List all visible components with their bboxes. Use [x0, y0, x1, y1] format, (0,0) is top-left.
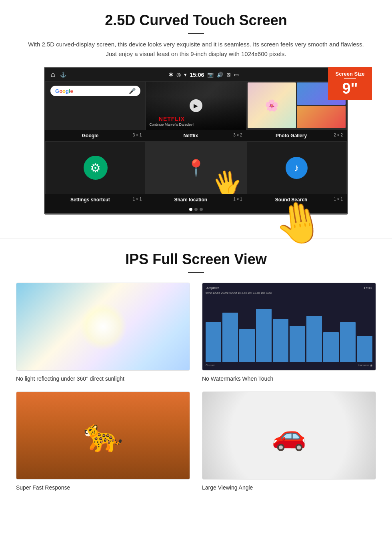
car-visual: 🚗: [202, 392, 376, 479]
feature-response: 🐆 Super Fast Response: [16, 391, 190, 491]
settings-app-size: 1 × 1: [133, 197, 142, 201]
settings-label-cell: Settings shortcut 1 × 1: [45, 196, 146, 204]
google-widget-inner: Google 🎤: [46, 82, 145, 130]
gallery-label-cell: Photo Gallery 2 × 2: [246, 132, 347, 140]
car-icon: 🚗: [272, 419, 306, 452]
netflix-overlay: NETFLIX Continue Marvel's Daredevil: [149, 116, 194, 126]
mic-icon: 🎤: [129, 88, 136, 94]
cheetah-visual: 🐆: [16, 392, 190, 479]
ips-title-underline: [188, 272, 204, 273]
screen-wrapper: Screen Size 9" ⌂ ⚓ ✱ ◎ ▾ 15:06: [44, 67, 348, 215]
settings-gear-icon: ⚙: [90, 161, 101, 175]
photo-sm2: [297, 106, 346, 128]
sound-search-icon-container: ♪: [247, 142, 346, 194]
netflix-logo: NETFLIX: [149, 116, 194, 122]
google-app-size: 3 × 1: [133, 133, 142, 137]
netflix-bg: ▶ NETFLIX Continue Marvel's Daredevil: [146, 82, 246, 130]
status-bar: ⌂ ⚓ ✱ ◎ ▾ 15:06 📷 🔊 ⊠ ▭: [45, 68, 347, 81]
status-left: ⌂ ⚓: [51, 70, 66, 79]
gallery-app-size: 2 × 2: [334, 133, 343, 137]
cheetah-icon: 🐆: [83, 417, 123, 454]
feature-watermarks: Amplifier 17:33 60hz100hz200hz500hz1k2.5…: [202, 283, 376, 382]
amp-bar-8: [323, 332, 339, 362]
netflix-app-size: 3 × 2: [233, 133, 242, 137]
netflix-app-name: Netflix: [183, 133, 198, 138]
netflix-sub: Continue Marvel's Daredevil: [149, 122, 194, 126]
feature-sunlight-img: [16, 283, 190, 371]
sunlight-glow: [79, 303, 127, 351]
feature-sunlight-label: No light reflecting under 360° direct su…: [16, 375, 190, 382]
volume-icon: 🔊: [217, 72, 223, 78]
amp-custom: Custom: [206, 364, 215, 367]
section-curved-screen: 2.5D Curved Touch Screen With 2.5D curve…: [0, 0, 392, 223]
feature-viewing: 🚗 Large Viewing Angle: [202, 391, 376, 491]
bluetooth-icon: ✱: [169, 72, 173, 78]
netflix-widget[interactable]: ▶ NETFLIX Continue Marvel's Daredevil: [146, 81, 246, 130]
maps-widget[interactable]: 📍 🖐: [146, 141, 246, 194]
dot-3: [200, 208, 203, 211]
maps-app-name: Share location: [174, 197, 207, 203]
feature-watermarks-img: Amplifier 17:33 60hz100hz200hz500hz1k2.5…: [202, 283, 376, 371]
amp-bar-4: [256, 309, 272, 362]
amp-time: 17:33: [364, 286, 372, 290]
section-title-curved: 2.5D Curved Touch Screen: [24, 12, 368, 29]
status-center: ✱ ◎ ▾ 15:06 📷 🔊 ⊠ ▭: [169, 72, 239, 78]
netflix-widget-inner: ▶ NETFLIX Continue Marvel's Daredevil: [146, 82, 246, 130]
google-search-bar[interactable]: Google 🎤: [50, 86, 140, 96]
badge-underline: [344, 78, 356, 79]
home-icon[interactable]: ⌂: [51, 70, 55, 79]
section-title-ips: IPS Full Screen View: [16, 251, 376, 268]
window-icon: ▭: [234, 72, 239, 78]
flower-icon: 🌸: [265, 99, 279, 112]
play-button[interactable]: ▶: [190, 99, 202, 112]
google-label-cell: Google 3 × 1: [45, 132, 146, 140]
settings-widget[interactable]: ⚙: [45, 141, 146, 194]
google-widget[interactable]: Google 🎤: [45, 81, 146, 130]
maps-app-size: 1 × 1: [233, 197, 242, 201]
dot-2: [194, 208, 198, 211]
gallery-app-name: Photo Gallery: [276, 133, 307, 138]
app-grid-bottom: ⚙ 📍 🖐: [45, 141, 347, 194]
sound-label-cell: Sound Search 1 × 1: [246, 196, 347, 204]
badge-size: 9": [342, 80, 358, 97]
music-note-icon: ♪: [294, 162, 299, 174]
screen-size-badge: Screen Size 9": [328, 67, 372, 100]
location-icon: ◎: [176, 72, 181, 78]
settings-app-name: Settings shortcut: [70, 197, 110, 203]
amp-bar-9: [340, 322, 356, 362]
amp-bar-2: [222, 313, 238, 363]
feature-viewing-img: 🚗: [202, 391, 376, 480]
amp-bar-10: [357, 336, 372, 362]
section-divider: [0, 239, 392, 239]
section-desc-curved: With 2.5D curved-display screen, this de…: [24, 40, 368, 59]
app-grid-top: Google 🎤 ▶ NETFLIX: [45, 81, 347, 130]
android-screen: ⌂ ⚓ ✱ ◎ ▾ 15:06 📷 🔊 ⊠ ▭: [44, 67, 348, 215]
amp-bar-7: [306, 316, 322, 362]
app-labels-top: Google 3 × 1 Netflix 3 × 2 Photo Gallery…: [45, 130, 347, 141]
amp-bar-3: [239, 329, 255, 362]
feature-sunlight: No light reflecting under 360° direct su…: [16, 283, 190, 382]
screen-container: Screen Size 9" ⌂ ⚓ ✱ ◎ ▾ 15:06: [24, 67, 368, 215]
amp-header: Amplifier 17:33: [206, 286, 372, 290]
sunlight-visual: [16, 283, 190, 370]
google-app-name: Google: [82, 133, 98, 138]
sound-search-widget[interactable]: ♪: [246, 141, 347, 194]
feature-watermarks-label: No Watermarks When Touch: [202, 375, 376, 382]
amp-bars: [206, 296, 372, 362]
netflix-label-cell: Netflix 3 × 2: [146, 132, 246, 140]
feature-viewing-label: Large Viewing Angle: [202, 484, 376, 491]
dot-1: [189, 208, 192, 211]
hand-illustration: 🖐: [209, 166, 245, 194]
usb-icon: ⚓: [60, 72, 66, 78]
status-time: 15:06: [190, 72, 204, 78]
wifi-icon: ▾: [184, 72, 187, 78]
photo-main: 🌸: [248, 82, 296, 128]
settings-icon-container: ⚙: [46, 142, 145, 194]
maps-pin-icon: 📍: [186, 159, 206, 177]
amplifier-visual: Amplifier 17:33 60hz100hz200hz500hz1k2.5…: [202, 283, 376, 370]
amp-bottom: Custom loudness ◉: [206, 364, 372, 367]
section-ips: IPS Full Screen View No light reflecting…: [0, 251, 392, 503]
sound-app-name: Sound Search: [275, 197, 308, 203]
feature-response-img: 🐆: [16, 391, 190, 480]
settings-icon-bg: ⚙: [84, 156, 108, 180]
